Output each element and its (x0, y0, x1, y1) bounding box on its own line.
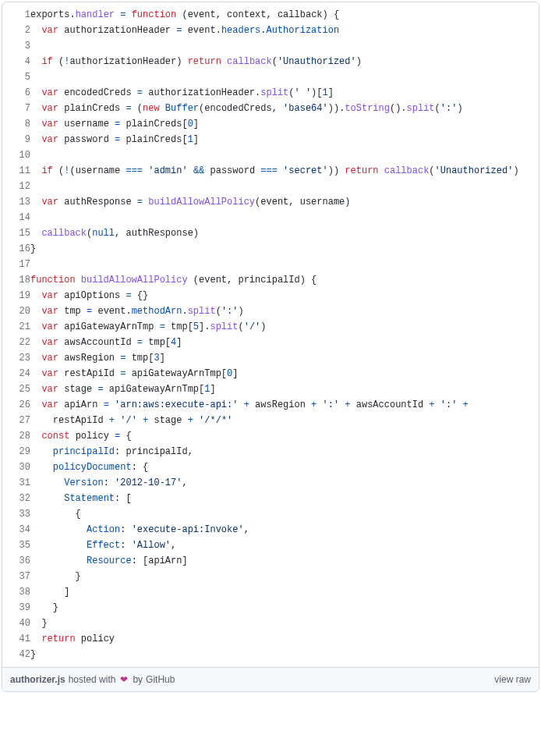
line-code (30, 69, 539, 85)
line-number[interactable]: 21 (2, 319, 30, 335)
line-number[interactable]: 31 (2, 475, 30, 491)
code-row: 34 Action: 'execute-api:Invoke', (2, 522, 539, 538)
code-row: 22 var awsAccountId = tmp[4] (2, 335, 539, 350)
line-number[interactable]: 41 (2, 631, 30, 647)
line-number[interactable]: 28 (2, 428, 30, 444)
line-code (30, 147, 539, 163)
line-number[interactable]: 30 (2, 460, 30, 475)
line-number[interactable]: 8 (2, 116, 30, 132)
line-number[interactable]: 38 (2, 584, 30, 600)
code-body: 1exports.handler = function (event, cont… (2, 2, 539, 667)
line-code: } (30, 647, 539, 667)
line-number[interactable]: 19 (2, 288, 30, 303)
code-row: 32 Statement: [ (2, 491, 539, 506)
line-number[interactable]: 27 (2, 413, 30, 428)
code-row: 40 } (2, 616, 539, 631)
code-row: 12 (2, 179, 539, 194)
code-row: 24 var restApiId = apiGatewayArnTmp[0] (2, 366, 539, 382)
line-code: Resource: [apiArn] (30, 553, 539, 569)
line-number[interactable]: 24 (2, 366, 30, 382)
filename-link[interactable]: authorizer.js (10, 674, 65, 685)
line-number[interactable]: 39 (2, 600, 30, 616)
line-number[interactable]: 23 (2, 350, 30, 366)
code-row: 25 var stage = apiGatewayArnTmp[1] (2, 382, 539, 397)
line-number[interactable]: 32 (2, 491, 30, 506)
line-number[interactable]: 15 (2, 225, 30, 241)
line-code: callback(null, authResponse) (30, 225, 539, 241)
code-row: 8 var username = plainCreds[0] (2, 116, 539, 132)
code-row: 1exports.handler = function (event, cont… (2, 2, 539, 23)
line-code: Action: 'execute-api:Invoke', (30, 522, 539, 538)
line-number[interactable]: 34 (2, 522, 30, 538)
line-number[interactable]: 6 (2, 85, 30, 101)
line-number[interactable]: 1 (2, 2, 30, 23)
line-code: } (30, 241, 539, 257)
line-number[interactable]: 22 (2, 335, 30, 350)
code-row: 30 policyDocument: { (2, 460, 539, 475)
line-number[interactable]: 17 (2, 257, 30, 272)
line-number[interactable]: 37 (2, 569, 30, 584)
view-raw-link[interactable]: view raw (494, 674, 531, 685)
line-number[interactable]: 26 (2, 397, 30, 413)
line-number[interactable]: 25 (2, 382, 30, 397)
line-code: Effect: 'Allow', (30, 538, 539, 553)
line-number[interactable]: 2 (2, 23, 30, 38)
code-row: 39 } (2, 600, 539, 616)
line-number[interactable]: 12 (2, 179, 30, 194)
code-row: 42} (2, 647, 539, 667)
line-code: var restApiId = apiGatewayArnTmp[0] (30, 366, 539, 382)
line-number[interactable]: 33 (2, 506, 30, 522)
line-number[interactable]: 20 (2, 303, 30, 319)
line-code: } (30, 616, 539, 631)
code-row: 18function buildAllowAllPolicy (event, p… (2, 272, 539, 288)
code-row: 29 principalId: principalId, (2, 444, 539, 460)
code-row: 41 return policy (2, 631, 539, 647)
code-row: 19 var apiOptions = {} (2, 288, 539, 303)
line-code (30, 257, 539, 272)
line-number[interactable]: 13 (2, 194, 30, 210)
line-number[interactable]: 29 (2, 444, 30, 460)
line-code: } (30, 600, 539, 616)
code-row: 16} (2, 241, 539, 257)
line-number[interactable]: 10 (2, 147, 30, 163)
code-row: 33 { (2, 506, 539, 522)
line-code: var apiArn = 'arn:aws:execute-api:' + aw… (30, 397, 539, 413)
hosted-text-2: by (133, 674, 143, 685)
line-code: principalId: principalId, (30, 444, 539, 460)
line-code: if (!authorizationHeader) return callbac… (30, 54, 539, 69)
line-number[interactable]: 40 (2, 616, 30, 631)
code-row: 5 (2, 69, 539, 85)
line-code: var apiGatewayArnTmp = tmp[5].split('/') (30, 319, 539, 335)
code-row: 17 (2, 257, 539, 272)
code-row: 20 var tmp = event.methodArn.split(':') (2, 303, 539, 319)
code-row: 7 var plainCreds = (new Buffer(encodedCr… (2, 101, 539, 116)
line-number[interactable]: 16 (2, 241, 30, 257)
code-row: 4 if (!authorizationHeader) return callb… (2, 54, 539, 69)
line-code: var authorizationHeader = event.headers.… (30, 23, 539, 38)
line-number[interactable]: 9 (2, 132, 30, 147)
line-number[interactable]: 7 (2, 101, 30, 116)
line-code: var username = plainCreds[0] (30, 116, 539, 132)
code-row: 15 callback(null, authResponse) (2, 225, 539, 241)
line-code: var encodedCreds = authorizationHeader.s… (30, 85, 539, 101)
line-number[interactable]: 4 (2, 54, 30, 69)
line-code: var apiOptions = {} (30, 288, 539, 303)
code-row: 13 var authResponse = buildAllowAllPolic… (2, 194, 539, 210)
line-number[interactable]: 36 (2, 553, 30, 569)
line-number[interactable]: 11 (2, 163, 30, 179)
line-number[interactable]: 35 (2, 538, 30, 553)
line-number[interactable]: 3 (2, 38, 30, 54)
code-row: 35 Effect: 'Allow', (2, 538, 539, 553)
code-row: 2 var authorizationHeader = event.header… (2, 23, 539, 38)
line-code: restApiId + '/' + stage + '/*/*' (30, 413, 539, 428)
line-number[interactable]: 5 (2, 69, 30, 85)
code-row: 23 var awsRegion = tmp[3] (2, 350, 539, 366)
line-number[interactable]: 42 (2, 647, 30, 667)
host-link[interactable]: GitHub (146, 674, 175, 685)
line-code: policyDocument: { (30, 460, 539, 475)
line-code (30, 210, 539, 225)
line-number[interactable]: 14 (2, 210, 30, 225)
line-number[interactable]: 18 (2, 272, 30, 288)
line-code: var plainCreds = (new Buffer(encodedCred… (30, 101, 539, 116)
line-code: if (!(username === 'admin' && password =… (30, 163, 539, 179)
